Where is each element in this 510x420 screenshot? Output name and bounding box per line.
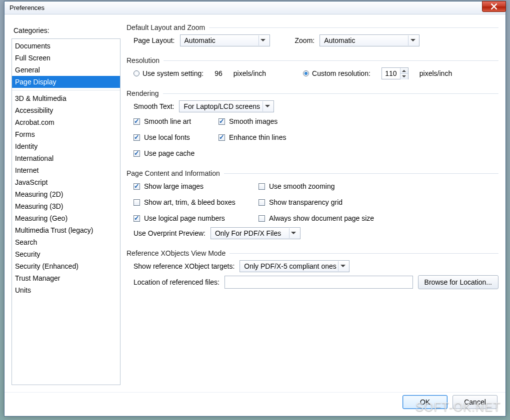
cancel-button[interactable]: Cancel bbox=[452, 395, 498, 409]
checkbox-indicator bbox=[134, 199, 140, 206]
titlebar: Preferences bbox=[4, 1, 506, 14]
spinner-down[interactable] bbox=[400, 74, 408, 79]
use-system-setting-radio[interactable]: Use system setting: bbox=[134, 69, 204, 77]
category-item[interactable]: Security bbox=[12, 248, 120, 260]
checkbox-label: Smooth line art bbox=[144, 117, 191, 125]
category-item[interactable]: Identity bbox=[12, 140, 120, 152]
checkbox-use-local-fonts[interactable]: Use local fonts bbox=[134, 133, 218, 141]
categories-listbox[interactable]: DocumentsFull ScreenGeneralPage Display3… bbox=[12, 38, 120, 385]
group-page-content: Page Content and Information Show large … bbox=[126, 169, 498, 242]
category-item[interactable]: Trust Manager bbox=[12, 272, 120, 284]
category-item[interactable]: 3D & Multimedia bbox=[12, 92, 120, 104]
group-rendering: Rendering Smooth Text: For Laptop/LCD sc… bbox=[126, 89, 498, 162]
checkbox-label: Use local fonts bbox=[144, 133, 190, 141]
dpi-unit: pixels/inch bbox=[420, 69, 452, 77]
smooth-text-label: Smooth Text: bbox=[134, 102, 174, 110]
sidebar: Categories: DocumentsFull ScreenGeneralP… bbox=[12, 23, 120, 385]
checkbox-smooth-line-art[interactable]: Smooth line art bbox=[134, 117, 218, 125]
chevron-down-icon bbox=[262, 101, 272, 111]
spinner-up[interactable] bbox=[400, 68, 408, 74]
smooth-text-combo[interactable]: For Laptop/LCD screens bbox=[179, 100, 274, 112]
settings-panel: Default Layout and Zoom Page Layout: Aut… bbox=[126, 23, 498, 385]
group-heading: Rendering bbox=[126, 89, 159, 97]
category-item[interactable]: Units bbox=[12, 284, 120, 296]
xobject-targets-label: Show reference XObject targets: bbox=[134, 262, 234, 270]
dpi-unit: pixels/inch bbox=[234, 69, 266, 77]
category-item[interactable]: Search bbox=[12, 236, 120, 248]
radio-indicator bbox=[134, 70, 140, 76]
checkbox-label: Use smooth zooming bbox=[269, 182, 335, 190]
category-item[interactable]: Security (Enhanced) bbox=[12, 260, 120, 272]
chevron-down-icon bbox=[289, 228, 298, 238]
checkbox-show-transparency[interactable]: Show transparency grid bbox=[258, 198, 398, 206]
checkbox-show-art-trim[interactable]: Show art, trim, & bleed boxes bbox=[134, 198, 258, 206]
ref-location-input[interactable] bbox=[224, 276, 413, 289]
categories-label: Categories: bbox=[14, 26, 118, 34]
checkbox-label: Use logical page numbers bbox=[144, 214, 225, 222]
category-item[interactable]: Measuring (3D) bbox=[12, 200, 120, 212]
custom-resolution-spinner[interactable] bbox=[382, 67, 408, 79]
category-item[interactable]: JavaScript bbox=[12, 176, 120, 188]
checkbox-indicator bbox=[134, 134, 140, 141]
checkbox-label: Smooth images bbox=[229, 117, 278, 125]
category-item[interactable]: International bbox=[12, 152, 120, 164]
category-item[interactable]: Acrobat.com bbox=[12, 116, 120, 128]
category-item[interactable]: Documents bbox=[12, 40, 120, 52]
group-layout-zoom: Default Layout and Zoom Page Layout: Aut… bbox=[126, 23, 498, 49]
zoom-label: Zoom: bbox=[295, 36, 315, 44]
combo-value: Automatic bbox=[184, 36, 216, 44]
checkbox-always-show-doc-size[interactable]: Always show document page size bbox=[258, 214, 398, 222]
combo-value: For Laptop/LCD screens bbox=[184, 102, 260, 110]
group-heading: Page Content and Information bbox=[126, 169, 220, 177]
page-layout-combo[interactable]: Automatic bbox=[180, 34, 270, 46]
category-item[interactable]: Forms bbox=[12, 128, 120, 140]
checkbox-use-logical-page[interactable]: Use logical page numbers bbox=[134, 214, 258, 222]
checkbox-indicator bbox=[218, 134, 225, 141]
browse-location-button[interactable]: Browse for Location... bbox=[418, 275, 498, 289]
checkbox-indicator bbox=[258, 199, 265, 206]
chevron-down-icon bbox=[408, 35, 417, 45]
category-item[interactable]: Page Display bbox=[12, 76, 120, 88]
ref-location-label: Location of referenced files: bbox=[134, 278, 220, 286]
checkbox-label: Show large images bbox=[144, 182, 204, 190]
category-item[interactable]: Full Screen bbox=[12, 52, 120, 64]
chevron-down-icon bbox=[338, 261, 347, 271]
category-item[interactable]: Accessibility bbox=[12, 104, 120, 116]
checkbox-indicator bbox=[134, 183, 140, 190]
list-separator bbox=[12, 90, 120, 90]
overprint-combo[interactable]: Only For PDF/X Files bbox=[210, 227, 300, 239]
checkbox-use-page-cache[interactable]: Use page cache bbox=[134, 149, 218, 157]
checkbox-enhance-thin-lines[interactable]: Enhance thin lines bbox=[218, 133, 318, 141]
group-resolution: Resolution Use system setting: 96 pixels… bbox=[126, 56, 498, 82]
checkbox-label: Enhance thin lines bbox=[229, 133, 286, 141]
combo-value: Automatic bbox=[324, 36, 355, 44]
custom-resolution-input[interactable] bbox=[382, 68, 400, 79]
close-icon bbox=[491, 3, 497, 9]
checkbox-indicator bbox=[134, 150, 140, 157]
close-button[interactable] bbox=[482, 1, 506, 12]
page-layout-label: Page Layout: bbox=[134, 36, 175, 44]
checkbox-smooth-images[interactable]: Smooth images bbox=[218, 117, 318, 125]
preferences-dialog: Preferences Categories: DocumentsFull Sc… bbox=[4, 1, 506, 417]
dialog-footer: OK Cancel bbox=[4, 392, 506, 416]
page-content-checkboxes: Show large imagesUse smooth zoomingShow … bbox=[134, 182, 498, 222]
zoom-combo[interactable]: Automatic bbox=[320, 34, 420, 46]
category-item[interactable]: General bbox=[12, 64, 120, 76]
window-title: Preferences bbox=[10, 4, 44, 11]
checkbox-label: Use page cache bbox=[144, 149, 194, 157]
dialog-body: Categories: DocumentsFull ScreenGeneralP… bbox=[4, 14, 506, 392]
group-heading: Reference XObjects View Mode bbox=[126, 249, 226, 257]
category-item[interactable]: Measuring (Geo) bbox=[12, 212, 120, 224]
category-item[interactable]: Internet bbox=[12, 164, 120, 176]
xobject-targets-combo[interactable]: Only PDF/X-5 compliant ones bbox=[240, 260, 350, 272]
checkbox-use-smooth-zoom[interactable]: Use smooth zooming bbox=[258, 182, 398, 190]
category-item[interactable]: Multimedia Trust (legacy) bbox=[12, 224, 120, 236]
checkbox-indicator bbox=[258, 183, 265, 190]
system-dpi-value: 96 bbox=[214, 69, 222, 77]
checkbox-label: Show transparency grid bbox=[269, 198, 342, 206]
custom-resolution-radio[interactable]: Custom resolution: bbox=[303, 69, 370, 77]
ok-button[interactable]: OK bbox=[402, 395, 448, 409]
checkbox-show-large-images[interactable]: Show large images bbox=[134, 182, 258, 190]
checkbox-indicator bbox=[218, 118, 225, 125]
category-item[interactable]: Measuring (2D) bbox=[12, 188, 120, 200]
